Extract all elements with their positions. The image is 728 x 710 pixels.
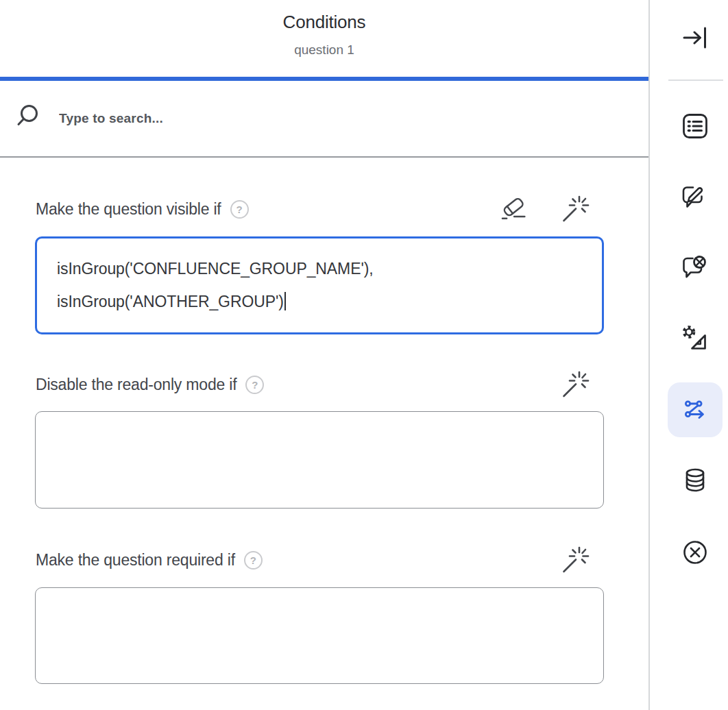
text-caret — [284, 292, 286, 310]
search-input[interactable] — [58, 110, 537, 127]
form-fields-icon — [680, 111, 710, 141]
section-header-visible: Make the question visible if ? — [36, 195, 604, 223]
magic-wand-icon[interactable] — [561, 370, 590, 399]
page-title: Conditions — [0, 12, 648, 33]
database-icon — [680, 466, 710, 496]
comment-edit-icon — [680, 182, 710, 212]
page-subtitle: question 1 — [0, 42, 648, 58]
search-icon — [16, 103, 46, 134]
conditions-panel: Conditions question 1 Make the question … — [0, 0, 648, 710]
condition-expression: isInGroup('CONFLUENCE_GROUP_NAME'), isIn… — [57, 260, 374, 310]
magic-wand-icon[interactable] — [561, 195, 590, 223]
sidebar-item-comment-edit[interactable] — [676, 178, 714, 217]
close-circle-icon — [680, 537, 710, 567]
help-icon[interactable]: ? — [230, 200, 249, 219]
sidebar-item-comment-language[interactable] — [676, 249, 714, 288]
sidebar-item-form-fields[interactable] — [676, 107, 714, 145]
sidebar-item-collapse[interactable] — [676, 19, 714, 57]
condition-input-readonly[interactable] — [35, 411, 604, 509]
condition-input-visible[interactable]: isInGroup('CONFLUENCE_GROUP_NAME'), isIn… — [35, 236, 604, 334]
sidebar-item-conditions[interactable] — [668, 382, 723, 437]
magic-wand-icon[interactable] — [561, 546, 590, 574]
comment-language-icon — [680, 254, 710, 284]
search-bar[interactable] — [0, 81, 648, 158]
sidebar-item-data-source[interactable] — [676, 462, 714, 500]
section-label: Make the question required if — [36, 551, 235, 570]
conditions-icon — [680, 395, 710, 425]
design-tools-icon — [680, 323, 710, 354]
toolbar-divider — [668, 79, 723, 81]
help-icon[interactable]: ? — [244, 551, 263, 570]
condition-input-required[interactable] — [35, 587, 604, 684]
help-icon[interactable]: ? — [245, 376, 264, 394]
section-label: Make the question visible if — [36, 200, 221, 219]
section-header-required: Make the question required if ? — [36, 546, 604, 574]
sidebar-item-design-tools[interactable] — [676, 319, 714, 358]
eraser-icon[interactable] — [500, 195, 531, 223]
sidebar-item-close[interactable] — [676, 533, 714, 572]
section-header-readonly: Disable the read-only mode if ? — [36, 371, 604, 398]
collapse-right-icon — [680, 23, 710, 53]
right-toolbar — [648, 0, 728, 710]
section-label: Disable the read-only mode if — [36, 376, 236, 394]
